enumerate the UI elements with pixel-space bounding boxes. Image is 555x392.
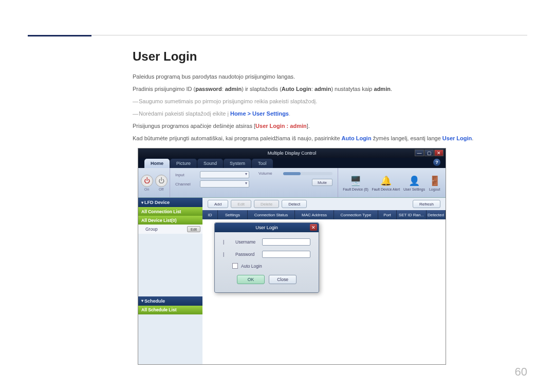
col-settings[interactable]: Settings bbox=[218, 210, 248, 219]
col-connection-type[interactable]: Connection Type bbox=[334, 210, 378, 219]
sidebar-group-label: Group bbox=[145, 227, 158, 232]
close-dialog-button[interactable]: Close bbox=[269, 275, 297, 284]
col-id[interactable]: ID bbox=[202, 210, 218, 219]
sidebar-edit-button[interactable]: Edit bbox=[187, 226, 200, 232]
input-label: Input bbox=[175, 173, 197, 177]
alert-icon: 🔔 bbox=[380, 175, 392, 187]
sidebar-all-device[interactable]: All Device List(0) bbox=[138, 216, 202, 225]
refresh-button[interactable]: Refresh bbox=[413, 200, 440, 208]
toolbar-controls: Input Channel Volume Mute bbox=[170, 168, 338, 197]
volume-label: Volume bbox=[258, 171, 280, 176]
volume-slider[interactable] bbox=[283, 172, 332, 175]
add-button[interactable]: Add bbox=[208, 200, 228, 208]
door-icon: 🚪 bbox=[429, 175, 441, 187]
toolbar: ⏻ On ⏻ Off Input Channel bbox=[138, 168, 446, 198]
bullet-icon: | bbox=[223, 252, 232, 257]
bullet-icon: | bbox=[223, 239, 232, 245]
monitor-icon: 🖥️ bbox=[349, 175, 362, 187]
power-group: ⏻ On ⏻ Off bbox=[138, 168, 170, 197]
tab-sound[interactable]: Sound bbox=[197, 159, 223, 168]
fault-alert-button[interactable]: 🔔 Fault Device Alert bbox=[372, 175, 400, 191]
page-number: 60 bbox=[515, 365, 527, 379]
power-on-label: On bbox=[144, 188, 149, 191]
minimize-button[interactable]: — bbox=[415, 150, 424, 156]
dialog-buttons: OK Close bbox=[223, 275, 310, 289]
window-titlebar: Multiple Display Control — ▢ ✕ bbox=[138, 148, 446, 158]
main-tabs: Home Picture Sound System Tool ? bbox=[138, 158, 446, 168]
table-header: ID Settings Connection Status MAC Addres… bbox=[202, 210, 446, 219]
auto-login-label: Auto Login bbox=[241, 264, 262, 269]
user-settings-button[interactable]: 👤 User Settings bbox=[403, 175, 425, 191]
window-controls: — ▢ ✕ bbox=[415, 150, 443, 156]
action-button-row: Add Edit Delete Detect Refresh bbox=[202, 198, 446, 210]
sidebar-spacer-2 bbox=[138, 314, 202, 364]
app-window: Multiple Display Control — ▢ ✕ Home Pict… bbox=[138, 148, 446, 365]
paragraph-2: Pradinis prisijungimo ID (password: admi… bbox=[133, 84, 528, 94]
note-2: Norėdami pakeisti slaptažodį eikite į Ho… bbox=[133, 109, 528, 118]
window-title: Multiple Display Control bbox=[268, 151, 317, 156]
sidebar-schedule-header[interactable]: Schedule bbox=[138, 296, 202, 306]
edit-button[interactable]: Edit bbox=[231, 200, 251, 208]
page-title: User Login bbox=[133, 49, 528, 64]
header-accent-bar bbox=[28, 35, 91, 36]
sidebar-all-connection[interactable]: All Connection List bbox=[138, 207, 202, 216]
channel-label: Channel bbox=[175, 182, 197, 186]
tab-tool[interactable]: Tool bbox=[252, 159, 273, 168]
password-label: Password bbox=[235, 252, 259, 257]
power-on-button[interactable]: ⏻ bbox=[141, 175, 153, 187]
tab-system[interactable]: System bbox=[224, 159, 251, 168]
maximize-button[interactable]: ▢ bbox=[424, 150, 434, 156]
channel-dropdown[interactable] bbox=[200, 180, 249, 188]
toolbar-right: 🖥️ Fault Device (0) 🔔 Fault Device Alert… bbox=[338, 168, 446, 197]
col-port[interactable]: Port bbox=[378, 210, 397, 219]
tab-home[interactable]: Home bbox=[144, 159, 170, 168]
header-divider bbox=[28, 35, 527, 35]
auto-login-row: Auto Login bbox=[232, 263, 310, 269]
col-setid-range[interactable]: SET ID Ran... bbox=[397, 210, 427, 219]
close-button[interactable]: ✕ bbox=[434, 150, 443, 156]
tab-picture[interactable]: Picture bbox=[170, 159, 197, 168]
password-row: | Password bbox=[223, 251, 310, 258]
power-off-label: Off bbox=[159, 188, 163, 191]
mute-button[interactable]: Mute bbox=[312, 179, 332, 186]
username-row: | Username bbox=[223, 238, 310, 246]
sidebar-spacer-1 bbox=[138, 234, 202, 296]
password-input[interactable] bbox=[262, 251, 310, 258]
username-label: Username bbox=[235, 239, 259, 245]
detect-button[interactable]: Detect bbox=[282, 200, 307, 208]
delete-button[interactable]: Delete bbox=[254, 200, 279, 208]
input-dropdown[interactable] bbox=[200, 171, 249, 178]
paragraph-1: Paleidus programą bus parodytas naudotoj… bbox=[133, 72, 528, 81]
ok-button[interactable]: OK bbox=[237, 275, 265, 284]
username-input[interactable] bbox=[262, 238, 310, 246]
col-mac-address[interactable]: MAC Address bbox=[295, 210, 334, 219]
dialog-titlebar: User Login ✕ bbox=[215, 223, 319, 232]
sidebar-all-schedule[interactable]: All Schedule List bbox=[138, 306, 202, 314]
auto-login-checkbox[interactable] bbox=[232, 263, 238, 269]
note-1: Saugumo sumetimais po pirmojo prisijungi… bbox=[133, 97, 528, 106]
sidebar-group-row[interactable]: Group Edit bbox=[138, 225, 202, 234]
power-off-button[interactable]: ⏻ bbox=[155, 175, 168, 187]
col-connection-status[interactable]: Connection Status bbox=[248, 210, 295, 219]
col-detected[interactable]: Detected bbox=[427, 210, 446, 219]
paragraph-4: Kad būtumėte prijungti automatiškai, kai… bbox=[133, 134, 528, 143]
logout-button[interactable]: 🚪 Logout bbox=[429, 175, 441, 191]
paragraph-3: Prisijungus programos apačioje dešinėje … bbox=[133, 121, 528, 130]
dialog-title: User Login bbox=[255, 225, 278, 230]
sidebar-lfd-header[interactable]: LFD Device bbox=[138, 198, 202, 207]
user-icon: 👤 bbox=[408, 175, 420, 187]
document-content: User Login Paleidus programą bus parodyt… bbox=[133, 49, 528, 146]
dialog-body: | Username | Password Auto Login OK Clos… bbox=[215, 232, 319, 292]
dialog-close-button[interactable]: ✕ bbox=[310, 224, 317, 231]
user-login-dialog: User Login ✕ | Username | Password Auto … bbox=[214, 222, 319, 293]
sidebar: LFD Device All Connection List All Devic… bbox=[138, 198, 202, 364]
help-button[interactable]: ? bbox=[433, 159, 440, 166]
fault-device-button[interactable]: 🖥️ Fault Device (0) bbox=[343, 175, 368, 191]
